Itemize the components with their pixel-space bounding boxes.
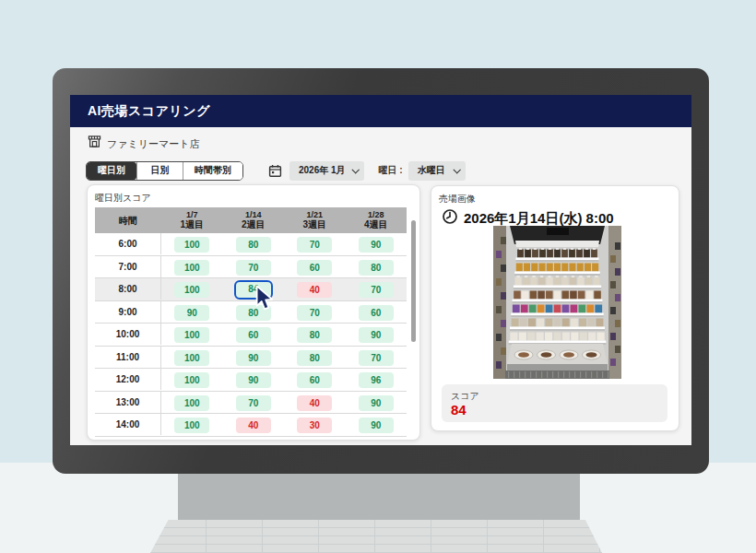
score-cell[interactable]: 80	[236, 237, 271, 253]
score-cell[interactable]: 40	[297, 395, 332, 411]
monitor-stand	[178, 472, 580, 524]
tab-daily[interactable]: 日別	[136, 162, 183, 180]
screen: AI売場スコアリング ファミリーマート店 曜日別日別時間帯別	[70, 95, 691, 445]
score-cell[interactable]: 90	[359, 395, 394, 411]
table-row: 14:00100403090	[95, 414, 407, 437]
score-cell[interactable]: 100	[174, 395, 209, 411]
image-panel-title: 売場画像	[439, 193, 476, 206]
time-cell: 7:00	[95, 256, 161, 277]
score-cell[interactable]: 90	[359, 327, 394, 343]
store-row: ファミリーマート店	[88, 135, 200, 152]
score-cell[interactable]: 30	[297, 418, 332, 433]
table-row: 12:00100906096	[95, 369, 407, 392]
table-row: 9:0090807060	[95, 301, 407, 324]
score-cell[interactable]: 60	[359, 305, 394, 321]
score-cell[interactable]: 60	[297, 372, 332, 388]
page-title: AI売場スコアリング	[88, 95, 210, 127]
table-row: 6:00100807090	[95, 233, 407, 256]
score-cell[interactable]: 80	[236, 305, 271, 321]
score-cell[interactable]: 80	[297, 327, 332, 343]
time-cell: 14:00	[95, 414, 161, 435]
weekday-dropdown[interactable]: 水曜日	[408, 161, 466, 181]
page: AI売場スコアリング ファミリーマート店 曜日別日別時間帯別	[0, 0, 756, 553]
time-cell: 10:00	[95, 324, 161, 345]
score-cell[interactable]: 90	[174, 305, 209, 321]
tab-weekday[interactable]: 曜日別	[87, 162, 136, 180]
score-cell[interactable]: 60	[297, 260, 332, 276]
score-cell[interactable]: 70	[297, 237, 332, 253]
score-cell[interactable]: 60	[236, 327, 271, 343]
app-header: AI売場スコアリング	[70, 95, 691, 127]
time-cell: 9:00	[95, 301, 161, 323]
table-scrollbar[interactable]	[411, 220, 416, 342]
weekday-score-card: 曜日別スコア 時間1/71週目1/142週目1/213週目1/284週目6:00…	[87, 184, 420, 441]
table-row: 10:00100608090	[95, 324, 407, 347]
score-cell[interactable]: 96	[359, 372, 394, 388]
score-box: スコア 84	[442, 384, 667, 422]
weekday-dropdown-value: 水曜日	[418, 164, 445, 177]
score-cell[interactable]: 90	[359, 237, 394, 253]
score-cell[interactable]: 100	[174, 237, 209, 253]
chevron-down-icon	[351, 166, 359, 173]
score-label: スコア	[451, 390, 479, 403]
score-cell[interactable]: 70	[297, 305, 332, 321]
score-cell[interactable]: 40	[236, 418, 271, 433]
score-cell[interactable]: 100	[174, 350, 209, 366]
time-cell: 12:00	[95, 369, 161, 390]
score-cell-selected[interactable]: 84	[234, 280, 273, 300]
week-column-header: 1/213週目	[284, 207, 346, 233]
score-cell[interactable]: 100	[174, 260, 209, 276]
score-cell[interactable]: 90	[359, 418, 394, 433]
week-column-header: 1/284週目	[346, 207, 408, 233]
time-cell: 11:00	[95, 347, 161, 368]
calendar-icon	[268, 164, 282, 178]
score-cell[interactable]: 90	[236, 350, 271, 366]
time-column-header: 時間	[95, 207, 161, 233]
month-dropdown-value: 2026年 1月	[299, 164, 346, 177]
time-cell: 6:00	[95, 233, 161, 254]
week-column-header: 1/71週目	[161, 207, 223, 233]
score-cell[interactable]: 100	[174, 282, 209, 298]
view-tab-group: 曜日別日別時間帯別	[86, 161, 243, 181]
month-dropdown[interactable]: 2026年 1月	[289, 161, 364, 181]
score-cell[interactable]: 70	[236, 260, 271, 276]
score-value: 84	[451, 402, 467, 418]
tab-timeband[interactable]: 時間帯別	[183, 162, 242, 180]
score-cell[interactable]: 100	[174, 372, 209, 388]
score-table-title: 曜日別スコア	[95, 192, 151, 205]
week-column-header: 1/142週目	[223, 207, 285, 233]
table-row: 8:00100844070	[95, 278, 407, 301]
store-name: ファミリーマート店	[107, 137, 200, 151]
score-cell[interactable]: 100	[174, 327, 209, 343]
score-cell[interactable]: 80	[297, 350, 332, 366]
score-table: 時間1/71週目1/142週目1/213週目1/284週目6:001008070…	[95, 207, 407, 437]
laptop-keyboard-base	[150, 520, 602, 553]
shelf-photo	[493, 226, 621, 379]
score-cell[interactable]: 40	[297, 282, 332, 298]
table-row: 7:00100706080	[95, 256, 407, 279]
table-row: 11:00100908070	[95, 347, 407, 370]
weekday-filter-label: 曜日 :	[379, 164, 403, 177]
storefront-icon	[88, 135, 101, 152]
controls-row: 曜日別日別時間帯別 2026年 1月 曜日 : 水曜日	[86, 160, 466, 181]
score-cell[interactable]: 90	[236, 372, 271, 388]
score-cell[interactable]: 70	[359, 282, 394, 298]
time-cell: 8:00	[95, 278, 161, 300]
table-row: 13:00100704090	[95, 392, 407, 415]
score-cell[interactable]: 80	[359, 260, 394, 276]
sales-floor-image-card: 売場画像 2026年1月14日(水) 8:00	[431, 185, 679, 431]
score-cell[interactable]: 100	[174, 418, 209, 433]
chevron-down-icon	[453, 166, 460, 173]
table-header-row: 時間1/71週目1/142週目1/213週目1/284週目	[95, 207, 407, 233]
score-cell[interactable]: 70	[236, 395, 271, 411]
clock-icon	[442, 208, 458, 229]
time-cell: 13:00	[95, 392, 161, 413]
capture-datetime: 2026年1月14日(水) 8:00	[464, 210, 614, 228]
score-cell[interactable]: 70	[359, 350, 394, 366]
